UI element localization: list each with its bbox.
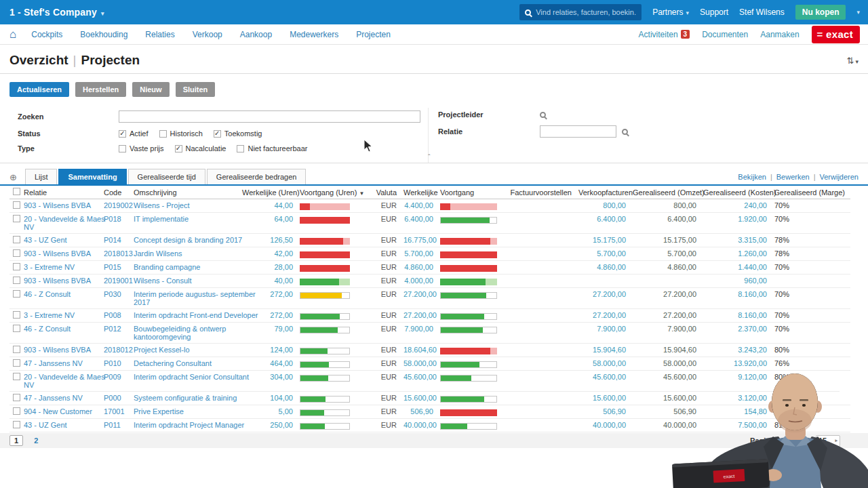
row-checkbox[interactable] [9,344,20,357]
nav-item-cockpits[interactable]: Cockpits [31,30,62,39]
column-header-vu[interactable]: Voortgang (Uren)▼ [296,186,361,199]
zoeken-input[interactable] [119,110,420,123]
nav-item-relaties[interactable]: Relaties [145,30,174,39]
checkbox-icon[interactable] [13,215,20,222]
checkbox-checked-icon[interactable]: ✓ [175,145,182,152]
nav-item-aankoop[interactable]: Aankoop [240,30,272,39]
relatie-search-icon[interactable] [622,129,628,135]
row-checkbox[interactable] [9,392,20,405]
action-bekijken[interactable]: Bekijken [738,173,766,181]
column-header-vf[interactable]: Verkoopfacturen [575,186,629,199]
row-checkbox[interactable] [9,357,20,371]
type-option-nacalculatie[interactable]: ✓Nacalculatie [175,144,226,152]
checkbox-icon[interactable] [13,325,20,332]
global-search-input[interactable]: Vind relaties, facturen, boekin... [519,4,642,20]
action-verwijderen[interactable]: Verwijderen [820,173,859,181]
checkbox-checked-icon[interactable]: ✓ [214,130,221,138]
row-checkbox[interactable] [9,371,20,392]
tab-gerealiseerde-tijd[interactable]: Gerealiseerde tijd [128,169,205,184]
partners-menu[interactable]: Partners▾ [652,7,689,17]
nieuw-button[interactable]: Nieuw [132,82,169,97]
checkbox-icon[interactable] [13,311,20,319]
status-option-historisch[interactable]: Historisch [159,129,203,138]
table-row[interactable]: 903 - Wilsens BVBA2018012Project Kessel-… [9,344,850,357]
select-all-checkbox[interactable] [9,186,20,199]
pin-icon[interactable]: ⊕ [9,172,17,182]
row-checkbox[interactable] [9,199,20,213]
page-size-selector[interactable]: 15▸ [816,435,840,447]
table-row[interactable]: 43 - UZ GentP011Interim opdracht Project… [9,419,850,432]
checkbox-icon[interactable] [13,290,20,298]
checkbox-icon[interactable] [13,201,20,209]
checkbox-icon[interactable] [159,130,167,138]
row-checkbox[interactable] [9,288,20,309]
table-row[interactable]: 47 - Janssens NVP000Systeem configuratie… [9,392,850,405]
checkbox-icon[interactable] [13,249,20,257]
table-row[interactable]: 903 - Wilsens BVBA2019002Wilsens - Proje… [9,199,850,213]
exact-logo[interactable]: = exact [812,26,860,43]
sluiten-button[interactable]: Sluiten [176,82,216,97]
support-link[interactable]: Support [700,7,728,17]
checkbox-icon[interactable] [13,373,20,380]
checkbox-icon[interactable] [13,394,20,401]
column-header-val[interactable]: Valuta [361,186,400,199]
nav-item-documenten[interactable]: Documenten [702,30,748,39]
nav-item-activiteiten[interactable]: Activiteiten3 [639,30,690,39]
table-row[interactable]: 904 - New Customer17001Prive Expertise5,… [9,405,850,419]
status-option-toekomstig[interactable]: ✓Toekomstig [214,129,262,138]
checkbox-icon[interactable] [13,407,20,415]
checkbox-icon[interactable] [119,145,126,152]
table-row[interactable]: 46 - Z ConsultP030Interim periode august… [9,288,850,309]
checkbox-icon[interactable] [13,263,20,270]
tab-samenvatting[interactable]: Samenvatting [58,169,126,184]
column-header-relatie[interactable]: Relatie [20,186,100,199]
nav-item-verkoop[interactable]: Verkoop [193,30,222,39]
row-checkbox[interactable] [9,261,20,274]
nav-item-projecten[interactable]: Projecten [356,30,391,39]
checkbox-icon[interactable] [13,359,20,367]
checkbox-icon[interactable] [13,188,20,195]
column-header-go[interactable]: Gerealiseerd (Omzet) [629,186,700,199]
table-row[interactable]: 46 - Z ConsultP012Bouwbegeleiding & ontw… [9,323,850,344]
column-header-oms[interactable]: Omschrijving [130,186,239,199]
table-row[interactable]: 903 - Wilsens BVBA2019001Wilsens - Consu… [9,274,850,288]
page-2[interactable]: 2 [34,436,38,445]
column-header-fv[interactable]: Factuurvoorstellen [503,186,575,199]
collapse-panel-icon[interactable]: ˆ [428,153,431,161]
table-row[interactable]: 47 - Janssens NVP010Detachering Consulta… [9,357,850,371]
home-icon[interactable]: ⌂ [9,28,16,40]
company-selector[interactable]: 1 - Stef's Company▾ [9,7,104,18]
checkbox-icon[interactable] [13,421,20,428]
page-1[interactable]: 1 [9,435,23,446]
buy-now-button[interactable]: Nu kopen [795,5,846,20]
row-checkbox[interactable] [9,405,20,419]
table-row[interactable]: 20 - Vandevelde & Maes NVP009Interim opd… [9,371,850,392]
relatie-input[interactable] [540,125,616,138]
table-row[interactable]: 3 - Extreme NVP015Branding campagne28,00… [9,261,850,274]
table-row[interactable]: 3 - Extreme NVP008Interim opdracht Front… [9,309,850,323]
status-option-actief[interactable]: ✓Actief [119,129,149,138]
type-option-vaste-prijs[interactable]: Vaste prijs [119,144,164,152]
nav-item-aanmaken[interactable]: Aanmaken [760,30,799,39]
checkbox-icon[interactable] [237,145,244,152]
action-bewerken[interactable]: Bewerken [776,173,810,181]
table-row[interactable]: 903 - Wilsens BVBA2018013Jardin Wilsens4… [9,247,850,261]
column-header-wu[interactable]: Werkelijke (Uren) [239,186,296,199]
row-checkbox[interactable] [9,234,20,247]
table-row[interactable]: 43 - UZ GentP014Concept design & brandin… [9,234,850,247]
column-header-gm[interactable]: Gerealiseerd (Marge) [770,186,850,199]
nav-item-boekhouding[interactable]: Boekhouding [80,30,127,39]
tab-gerealiseerde-bedragen[interactable]: Gerealiseerde bedragen [207,169,307,184]
table-row[interactable]: 20 - Vandevelde & Maes NVP018IT implemen… [9,213,850,234]
actualiseren-button[interactable]: Actualiseren [9,82,69,97]
row-checkbox[interactable] [9,309,20,323]
type-option-niet-factureerbaar[interactable]: Niet factureerbaar [237,144,307,152]
herstellen-button[interactable]: Herstellen [75,82,126,97]
projectleider-search-icon[interactable] [540,112,546,118]
user-menu[interactable]: Stef Wilsens [739,7,785,17]
checkbox-checked-icon[interactable]: ✓ [119,130,126,138]
row-checkbox[interactable] [9,419,20,432]
checkbox-icon[interactable] [13,236,20,243]
row-checkbox[interactable] [9,213,20,234]
row-checkbox[interactable] [9,247,20,261]
